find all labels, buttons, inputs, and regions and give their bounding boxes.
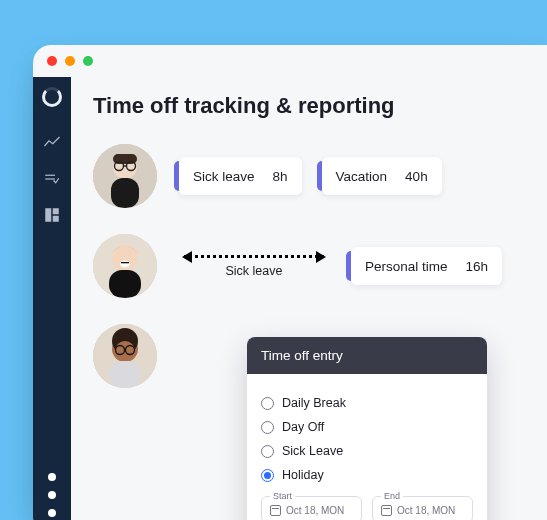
svg-rect-7 xyxy=(111,178,139,208)
radio-icon xyxy=(261,469,274,482)
timeoff-chip[interactable]: Sick leave 8h xyxy=(179,157,302,195)
arrow-right-icon xyxy=(316,251,326,263)
avatar xyxy=(93,324,157,388)
radio-label: Sick Leave xyxy=(282,444,343,458)
timeoff-chip[interactable]: Vacation 40h xyxy=(322,157,442,195)
sidebar-pager-dots xyxy=(48,473,56,517)
nav-trends-icon[interactable] xyxy=(42,133,62,153)
radio-label: Holiday xyxy=(282,468,324,482)
employee-row: Sick leave Personal time 16h xyxy=(93,231,541,301)
svg-rect-14 xyxy=(109,270,141,298)
sidebar xyxy=(33,77,71,520)
chip-label: Vacation xyxy=(336,169,388,184)
nav-dashboard-icon[interactable] xyxy=(42,205,62,225)
chip-value: 40h xyxy=(405,169,428,184)
range-caption: Sick leave xyxy=(226,264,283,278)
range-indicator: Sick leave xyxy=(179,255,329,278)
app-window: Time off tracking & reporting Sick leave… xyxy=(33,45,547,520)
chip-label: Sick leave xyxy=(193,169,255,184)
entry-type-radio[interactable]: Daily Break xyxy=(261,396,473,410)
avatar xyxy=(93,234,157,298)
nav-checklist-icon[interactable] xyxy=(42,169,62,189)
employee-row: Sick leave 8h Vacation 40h xyxy=(93,141,541,211)
entry-type-radio[interactable]: Day Off xyxy=(261,420,473,434)
radio-icon xyxy=(261,397,274,410)
radio-label: Day Off xyxy=(282,420,324,434)
calendar-icon xyxy=(270,505,281,516)
pager-dot[interactable] xyxy=(48,509,56,517)
page-title: Time off tracking & reporting xyxy=(93,93,541,119)
svg-rect-16 xyxy=(121,262,129,263)
chip-value: 16h xyxy=(466,259,489,274)
chip-label: Personal time xyxy=(365,259,448,274)
start-date-field[interactable]: Start Oct 18, MON xyxy=(261,496,362,520)
pager-dot[interactable] xyxy=(48,491,56,499)
field-value: Oct 18, MON xyxy=(397,505,455,516)
end-date-field[interactable]: End Oct 18, MON xyxy=(372,496,473,520)
main-panel: Time off tracking & reporting Sick leave… xyxy=(71,77,547,520)
entry-type-radio[interactable]: Holiday xyxy=(261,468,473,482)
window-titlebar xyxy=(33,45,547,77)
calendar-icon xyxy=(381,505,392,516)
field-label: End xyxy=(381,491,403,501)
range-dashed-line xyxy=(184,255,324,258)
svg-rect-2 xyxy=(45,208,51,222)
field-label: Start xyxy=(270,491,295,501)
avatar xyxy=(93,144,157,208)
svg-point-15 xyxy=(120,261,130,268)
radio-label: Daily Break xyxy=(282,396,346,410)
radio-icon xyxy=(261,445,274,458)
entry-card-title: Time off entry xyxy=(247,337,487,374)
svg-rect-4 xyxy=(53,216,59,222)
field-value: Oct 18, MON xyxy=(286,505,344,516)
timeoff-entry-card: Time off entry Daily BreakDay OffSick Le… xyxy=(247,337,487,520)
app-logo-icon xyxy=(42,87,62,107)
entry-type-radio[interactable]: Sick Leave xyxy=(261,444,473,458)
arrow-left-icon xyxy=(182,251,192,263)
chip-value: 8h xyxy=(273,169,288,184)
svg-rect-19 xyxy=(109,361,141,388)
window-close-button[interactable] xyxy=(47,56,57,66)
svg-rect-3 xyxy=(53,208,59,214)
window-minimize-button[interactable] xyxy=(65,56,75,66)
radio-icon xyxy=(261,421,274,434)
pager-dot[interactable] xyxy=(48,473,56,481)
timeoff-chip[interactable]: Personal time 16h xyxy=(351,247,502,285)
window-fullscreen-button[interactable] xyxy=(83,56,93,66)
